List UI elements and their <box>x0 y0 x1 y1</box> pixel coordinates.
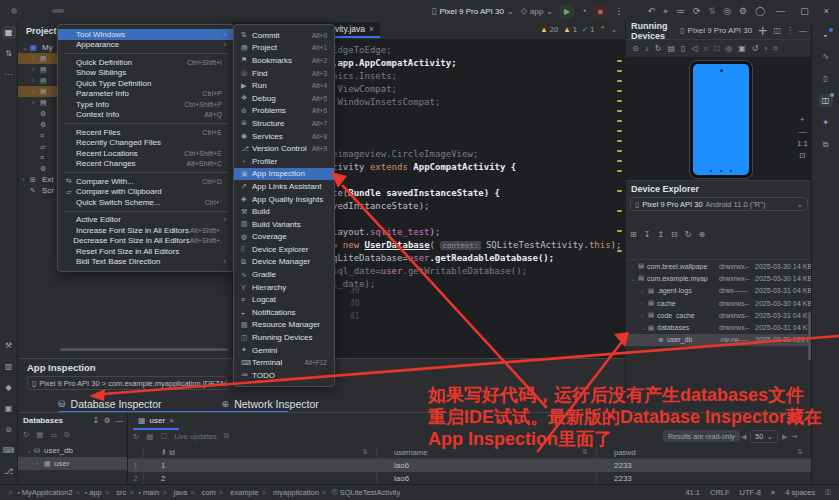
last-page-icon[interactable]: ⇥ <box>791 433 797 441</box>
gemini-icon[interactable]: ✦ <box>819 116 833 129</box>
menu-item[interactable]: Recent Locations Ctrl+Shift+E <box>58 148 234 159</box>
caret-position[interactable]: 41:1 <box>685 488 700 497</box>
submenu-item[interactable]: ◒ Notifications <box>234 306 334 319</box>
settings-icon[interactable]: ⚙ <box>739 6 747 17</box>
database-tree-row[interactable]: ⌄⛁user_db <box>18 444 127 457</box>
menu-item[interactable]: Increase Font Size in All Editors Alt+Sh… <box>58 225 234 236</box>
sort-icon[interactable]: ⇅ <box>362 448 368 456</box>
breadcrumb-item[interactable]: ⒸSQLiteTestActivity <box>322 488 400 497</box>
download-file-icon[interactable]: ↧ <box>644 230 651 239</box>
profiler-button[interactable]: ◔ <box>581 6 586 16</box>
submenu-item[interactable]: ≔ TODO <box>234 369 334 382</box>
first-page-icon[interactable]: ⇤ <box>731 433 737 441</box>
menu-item[interactable]: Quick Switch Scheme... Ctrl+` <box>58 197 234 208</box>
menubar-item[interactable] <box>124 9 136 13</box>
menubar-item[interactable] <box>28 9 40 13</box>
submenu-item[interactable]: ▯ Device Explorer <box>234 243 334 256</box>
pull-request-icon[interactable]: ⥮ <box>709 6 716 17</box>
app-inspection-tab[interactable]: ⊕Network Inspector <box>222 398 319 410</box>
build-variants-icon[interactable]: ▥ <box>2 360 16 373</box>
running-device-tab[interactable]: ▯ Pixel 9 Pro API 30 <box>680 26 752 35</box>
menubar-item[interactable] <box>88 9 100 13</box>
submenu-item[interactable]: ≡ Logcat <box>234 293 334 306</box>
prev-page-icon[interactable]: ◀ <box>741 433 746 441</box>
sort-icon[interactable]: ⇅ <box>797 448 803 456</box>
new-table-icon[interactable]: ▦ <box>36 430 43 440</box>
submenu-item[interactable]: ▣ App Inspection <box>234 168 334 181</box>
menu-item[interactable]: Recent Changes Alt+Shift+C <box>58 159 234 170</box>
menubar-item[interactable] <box>40 9 52 13</box>
submenu-item[interactable]: ≣ Structure Alt+7 <box>234 117 334 130</box>
breadcrumb-item[interactable]: ▪main <box>129 488 159 497</box>
rollback-icon[interactable]: ↶ <box>647 6 655 17</box>
menubar-item[interactable] <box>160 9 172 13</box>
refresh-icon[interactable]: ↻ <box>23 430 29 440</box>
volume-icon[interactable]: ♪ <box>645 44 649 53</box>
menu-item[interactable]: ⇆ Compare With... Ctrl+D <box>58 176 234 187</box>
more-icon[interactable]: ⋮ <box>786 26 794 35</box>
delete-icon[interactable]: ⊟ <box>671 230 678 239</box>
breadcrumb-item[interactable]: src <box>105 488 126 497</box>
menu-item[interactable]: Tool Windows › <box>58 29 234 40</box>
file-tree-row[interactable]: ›▤com.breel.wallpape drwxrwx-- 2025-03-3… <box>626 260 812 272</box>
submenu-item[interactable]: ▥ Build Variants <box>234 218 334 231</box>
submenu-item[interactable]: ◉ Services Alt+8 <box>234 130 334 143</box>
back-icon[interactable]: ◁ <box>691 44 697 53</box>
file-tree-row[interactable]: ⌄▤databases drwxrwx-- 2025-03-31 0 4 KB <box>626 321 812 333</box>
menu-item[interactable]: Quick Type Definition <box>58 78 234 89</box>
more-toolwindows-icon[interactable]: ⋯ <box>2 68 16 81</box>
project-toolwindow-icon[interactable]: ▦ <box>2 26 16 39</box>
running-devices-stripe-icon[interactable]: ◫ <box>819 94 833 107</box>
refresh-icon[interactable]: ↻ <box>685 230 692 239</box>
next-problem-icon[interactable]: ⌄ <box>611 25 617 34</box>
overview-icon[interactable]: □ <box>714 44 719 53</box>
close-tab-icon[interactable]: × <box>169 416 174 425</box>
sort-icon[interactable]: ⇅ <box>582 448 588 456</box>
submenu-item[interactable]: ❖ Debug Alt+5 <box>234 92 334 105</box>
device-explorer-device-selector[interactable]: ▯ Pixel 9 Pro API 30 Android 11.0 ("R") … <box>630 197 808 211</box>
version-control-toolwindow-icon[interactable]: ⎇ <box>2 465 16 478</box>
submenu-item[interactable]: ◫ Running Devices <box>234 331 334 344</box>
table-row[interactable]: 1 1 lao6 2233 <box>128 459 811 472</box>
file-tree-row[interactable]: ⌄▤com.example.myap drwxrwx-- 2025-03-30 … <box>626 272 812 284</box>
device-manager-stripe-icon[interactable]: ⧉ <box>819 138 833 151</box>
close-tab-icon[interactable]: × <box>369 24 374 34</box>
reader-mode-icon[interactable]: ≡ <box>771 488 775 497</box>
database-tree-row[interactable]: ›▦user <box>18 457 127 470</box>
indent-widget[interactable]: 4 spaces <box>785 488 815 497</box>
export-icon[interactable]: ⧉ <box>224 431 229 441</box>
unfold-icon[interactable]: ▯ <box>681 44 685 53</box>
submenu-item[interactable]: ▧ Resource Manager <box>234 319 334 332</box>
breadcrumb-item[interactable]: ▪MyApplication2 <box>8 488 73 497</box>
emulator-device-frame[interactable] <box>689 60 753 179</box>
file-tree-row[interactable]: ›▤code_cache drwxrws-- 2025-03-31 0 4 KB <box>626 309 812 321</box>
stop-button[interactable]: ■ <box>593 5 607 18</box>
menu-item[interactable]: Reset Font Size in All Editors <box>58 246 234 257</box>
menu-item[interactable]: ▱ Compare with Clipboard <box>58 187 234 198</box>
process-selector[interactable]: ▯ Pixel 9 Pro API 30 > com.example.myapp… <box>27 376 227 390</box>
task-list-icon[interactable]: ≔ <box>676 6 685 17</box>
submenu-item[interactable]: ⇅ Commit Alt+0 <box>234 29 334 42</box>
goto-icon[interactable]: ⊕ <box>699 230 706 239</box>
screenshot-icon[interactable]: ◎ <box>725 44 732 53</box>
file-tree-row[interactable]: ≣user_db -rw-rw---- 2025-03-31 0 20 KB <box>626 334 812 346</box>
file-tree-row[interactable]: ›▤.agent-logs drwx------ 2025-03-31 0 4 … <box>626 285 812 297</box>
emulator-screen[interactable] <box>693 64 749 175</box>
submenu-item[interactable]: ▤ Project Alt+1 <box>234 42 334 55</box>
sync-icon[interactable]: ⟳ <box>693 6 701 17</box>
settings-device-icon[interactable]: ⌗ <box>773 44 778 54</box>
menubar-item[interactable] <box>76 9 88 13</box>
open-icon[interactable]: ⊞ <box>630 230 637 239</box>
hide-icon[interactable]: — <box>116 416 124 425</box>
menu-item[interactable]: Appearance › <box>58 40 234 51</box>
breadcrumb-item[interactable]: ▪app <box>76 488 102 497</box>
menu-item[interactable]: Type Info Ctrl+Shift+P <box>58 99 234 110</box>
lock-icon[interactable]: ⚿ <box>825 488 831 498</box>
submenu-item[interactable]: ✦ Gemini <box>234 344 334 357</box>
table-icon[interactable]: ▦ <box>146 432 153 441</box>
more-actions-icon[interactable]: ⋮ <box>614 6 623 16</box>
submenu-item[interactable]: ◎ Find Alt+3 <box>234 67 334 80</box>
export-icon[interactable]: ⧉ <box>64 430 69 440</box>
search-everywhere-icon[interactable]: ◎ <box>723 6 731 17</box>
refresh-icon[interactable]: ↻ <box>133 432 139 441</box>
